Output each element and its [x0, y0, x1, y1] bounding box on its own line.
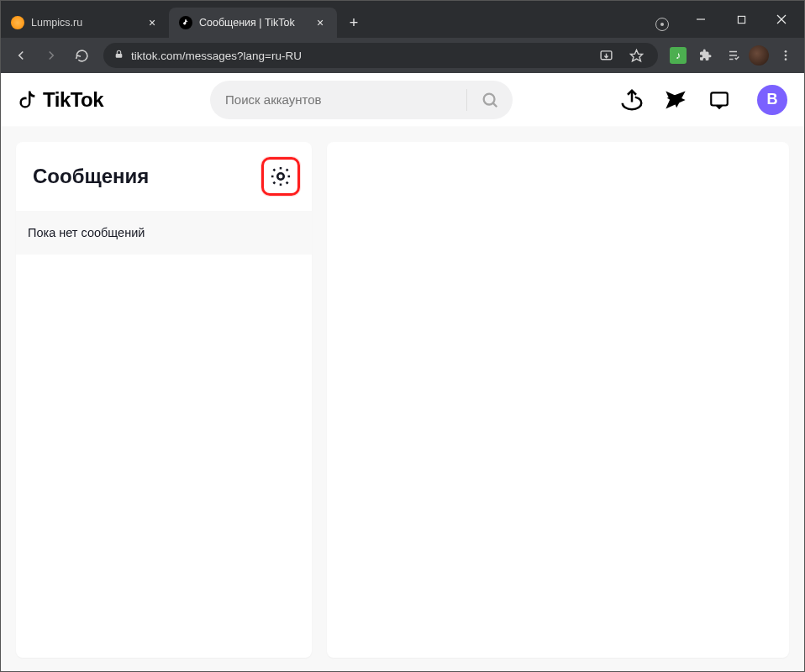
tab-title: Lumpics.ru — [31, 17, 139, 29]
tiktok-header: TikTok B — [1, 73, 804, 127]
favicon-lumpics — [11, 16, 24, 29]
install-app-icon[interactable] — [594, 44, 618, 67]
tab-strip: Lumpics.ru × Сообщения | TikTok × + — [1, 1, 643, 38]
empty-messages-text: Пока нет сообщений — [16, 211, 312, 255]
tab-title: Сообщения | TikTok — [199, 17, 307, 29]
messages-body: Сообщения Пока нет сообщений — [1, 127, 804, 672]
close-icon[interactable]: × — [145, 16, 159, 29]
svg-point-16 — [484, 93, 495, 104]
browser-toolbar: tiktok.com/messages?lang=ru-RU ♪ — [1, 38, 804, 73]
favicon-tiktok — [179, 16, 192, 29]
bookmark-star-icon[interactable] — [624, 44, 648, 67]
search-wrap — [117, 81, 606, 119]
minimize-button[interactable] — [681, 6, 720, 33]
user-avatar[interactable]: B — [757, 85, 787, 115]
tiktok-logo[interactable]: TikTok — [18, 88, 103, 112]
annotation-highlight — [261, 157, 300, 196]
tiktok-note-icon — [18, 89, 39, 111]
profile-avatar[interactable] — [747, 44, 771, 67]
forward-button[interactable] — [38, 42, 65, 69]
extension-music-icon[interactable]: ♪ — [666, 44, 690, 67]
search-input[interactable] — [225, 92, 466, 107]
send-message-button[interactable] — [663, 87, 688, 113]
extensions-puzzle-icon[interactable] — [693, 44, 717, 67]
svg-point-13 — [785, 50, 787, 53]
upload-button[interactable] — [619, 87, 645, 113]
message-settings-button[interactable] — [266, 162, 295, 191]
svg-point-14 — [785, 55, 787, 57]
new-tab-button[interactable]: + — [342, 11, 366, 34]
logo-text: TikTok — [43, 88, 103, 112]
browser-tab-tiktok[interactable]: Сообщения | TikTok × — [169, 8, 337, 38]
reading-list-icon[interactable] — [720, 44, 744, 67]
close-icon[interactable]: × — [313, 16, 327, 29]
close-window-button[interactable] — [762, 6, 801, 33]
svg-marker-7 — [630, 50, 642, 60]
window-controls — [681, 1, 804, 38]
messages-header: Сообщения — [16, 142, 312, 211]
conversation-panel — [327, 142, 789, 658]
svg-rect-18 — [711, 92, 728, 105]
tab-search-button[interactable] — [643, 11, 681, 38]
back-button[interactable] — [8, 42, 34, 69]
page-content: TikTok B Сообщения — [1, 73, 804, 672]
messages-sidebar: Сообщения Пока нет сообщений — [16, 142, 312, 658]
window-titlebar: Lumpics.ru × Сообщения | TikTok × + — [1, 1, 804, 38]
inbox-button[interactable] — [707, 87, 732, 113]
address-bar[interactable]: tiktok.com/messages?lang=ru-RU — [103, 43, 658, 68]
url-text: tiktok.com/messages?lang=ru-RU — [131, 50, 587, 62]
search-icon — [481, 91, 499, 109]
gear-icon — [269, 165, 292, 188]
messages-title: Сообщения — [33, 165, 149, 188]
svg-rect-1 — [738, 16, 744, 23]
maximize-button[interactable] — [722, 6, 760, 33]
svg-point-19 — [277, 173, 283, 179]
browser-tab-lumpics[interactable]: Lumpics.ru × — [1, 8, 169, 38]
svg-point-15 — [785, 58, 787, 60]
reload-button[interactable] — [68, 42, 95, 69]
search-button[interactable] — [467, 81, 513, 119]
search-box[interactable] — [210, 81, 513, 119]
chrome-menu-icon[interactable] — [774, 44, 797, 67]
svg-rect-4 — [116, 54, 123, 58]
svg-line-17 — [493, 102, 497, 107]
lock-icon — [113, 48, 124, 63]
header-actions: B — [619, 85, 787, 115]
